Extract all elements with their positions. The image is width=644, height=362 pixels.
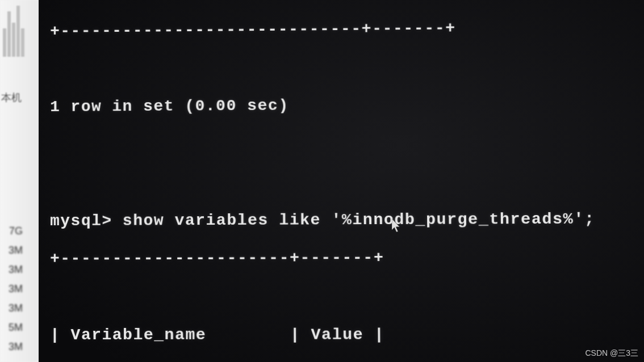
mouse-cursor-icon — [392, 218, 402, 233]
table-header-row: | Variable_name | Value | — [50, 325, 596, 345]
sidebar-metric-list: 7G 3M 3M 3M 3M 5M 3M — [0, 221, 25, 356]
sidebar-value: 3M — [0, 279, 25, 298]
terminal-output: +-----------------------------+-------+ … — [50, 0, 601, 362]
table-separator: +-----------------------------+-------+ — [50, 18, 593, 41]
sidebar-value: 3M — [0, 337, 25, 356]
status-row-count: 1 row in set (0.00 sec) — [50, 94, 593, 117]
sidebar-value: 5M — [0, 318, 25, 337]
terminal-window[interactable]: +-----------------------------+-------+ … — [39, 0, 644, 362]
sidebar-host-label: 本机 — [1, 91, 22, 104]
table-separator: +----------------------+-------+ — [50, 248, 596, 269]
watermark-text: CSDN @三3三 — [585, 348, 638, 359]
sidebar-value: 7G — [0, 221, 25, 241]
sidebar-chart-bars — [3, 6, 31, 62]
mysql-prompt-command: mysql> show variables like '%innodb_purg… — [50, 209, 595, 230]
sidebar-panel: 本机 7G 3M 3M 3M 3M 5M 3M — [0, 0, 39, 362]
sidebar-value: 3M — [0, 241, 25, 260]
sidebar-value: 3M — [0, 298, 25, 318]
sidebar-value: 3M — [0, 260, 25, 279]
